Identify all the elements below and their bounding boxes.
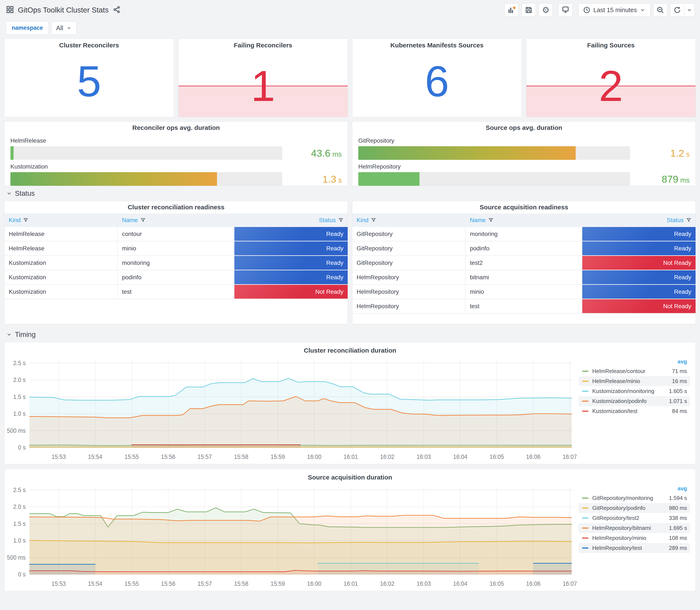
status-cell: Not Ready xyxy=(582,299,696,313)
filter-icon[interactable] xyxy=(371,218,376,223)
legend-item[interactable]: Kustomization/test84 ms xyxy=(579,406,690,416)
svg-text:500 ms: 500 ms xyxy=(7,554,26,561)
legend-series-name: GitRepository/test2 xyxy=(592,515,658,521)
stat-value: 5 xyxy=(77,59,101,103)
filter-icon[interactable] xyxy=(141,218,146,223)
legend-series-name: Kustomization/test xyxy=(592,408,658,415)
refresh-interval-dropdown[interactable] xyxy=(684,3,695,17)
table-row: HelmRepositorybitnamiReady xyxy=(352,270,696,285)
status-cell: Ready xyxy=(582,285,696,299)
legend-item[interactable]: GitRepository/podinfo980 ms xyxy=(579,503,690,513)
gauge-panel-source-ops: Source ops avg. duration GitRepository 1… xyxy=(352,122,696,186)
svg-text:16:04: 16:04 xyxy=(453,580,467,587)
svg-text:16:02: 16:02 xyxy=(380,453,394,460)
legend-item[interactable]: GitRepository/monitoring1.594 s xyxy=(579,493,690,503)
chevron-down-icon xyxy=(640,7,646,13)
dashboard: GitOps Toolkit Cluster Stats ⚙ Last 15 m… xyxy=(0,0,700,610)
legend-item[interactable]: Kustomization/podinfo1.071 s xyxy=(579,396,690,406)
legend-item[interactable]: HelmRelease/contour71 ms xyxy=(579,366,690,376)
gauge-panels-row: Reconciler ops avg. duration HelmRelease… xyxy=(4,122,696,183)
kind-cell: HelmRepository xyxy=(352,270,466,284)
panel-title[interactable]: Source acquisition readiness xyxy=(352,201,696,213)
time-series-plot[interactable]: 15:5315:5415:5515:5615:5715:5815:5916:00… xyxy=(4,357,576,464)
panel-title[interactable]: Failing Reconcilers xyxy=(179,42,348,49)
add-panel-button[interactable] xyxy=(504,3,519,17)
column-header-status[interactable]: Status xyxy=(582,213,696,227)
legend-item[interactable]: HelmRepository/test289 ms xyxy=(579,543,690,553)
panel-title[interactable]: Failing Sources xyxy=(526,42,696,49)
status-cell: Ready xyxy=(582,270,696,284)
time-range-picker[interactable]: Last 15 minutes xyxy=(578,3,650,17)
stat-value: 6 xyxy=(425,59,449,103)
legend-avg-header[interactable]: avg xyxy=(579,484,690,493)
chart-panel-source-acquisition-duration: Source acquisition duration 15:5315:5415… xyxy=(4,469,696,591)
panel-title[interactable]: Cluster reconciliation duration xyxy=(4,344,696,357)
filter-icon[interactable] xyxy=(686,218,691,223)
legend-avg-header[interactable]: avg xyxy=(579,357,690,366)
table-panel-source-acquisition-readiness: Source acquisition readiness Kind Name S… xyxy=(352,201,696,324)
gear-icon: ⚙ xyxy=(542,6,550,14)
legend-series-avg: 108 ms xyxy=(658,535,687,541)
svg-text:15:56: 15:56 xyxy=(161,453,175,460)
svg-text:15:56: 15:56 xyxy=(161,580,175,587)
zoom-out-time-button[interactable] xyxy=(653,3,667,17)
column-header-kind[interactable]: Kind xyxy=(352,213,466,227)
panel-title[interactable]: Source acquisition duration xyxy=(4,471,696,483)
gauge-label: HelmRelease xyxy=(11,137,342,144)
legend-series-color xyxy=(582,381,588,382)
time-range-label: Last 15 minutes xyxy=(593,6,637,14)
stat-panel-failing-reconcilers: Failing Reconcilers 1 xyxy=(178,38,348,117)
legend-series-color xyxy=(582,537,588,539)
share-icon[interactable] xyxy=(113,6,120,14)
legend-series-avg: 1.594 s xyxy=(658,495,687,501)
legend-series-color xyxy=(582,508,588,509)
legend-item[interactable]: HelmRelease/minio16 ms xyxy=(579,376,690,386)
dashboard-settings-button[interactable]: ⚙ xyxy=(539,3,553,17)
legend-item[interactable]: HelmRepository/minio108 ms xyxy=(579,533,690,543)
legend-series-avg: 289 ms xyxy=(658,545,687,551)
save-dashboard-button[interactable] xyxy=(522,3,536,17)
svg-text:15:54: 15:54 xyxy=(88,453,102,460)
filter-icon[interactable] xyxy=(488,218,493,223)
kind-cell: HelmRepository xyxy=(352,299,466,313)
svg-text:15:53: 15:53 xyxy=(51,580,66,587)
name-cell: test xyxy=(466,299,582,313)
legend-series-avg: 1.695 s xyxy=(658,525,687,531)
svg-text:15:57: 15:57 xyxy=(198,453,212,460)
apps-grid-icon[interactable] xyxy=(6,5,14,14)
column-header-kind[interactable]: Kind xyxy=(4,213,118,227)
table-row: HelmReleasecontourReady xyxy=(4,227,348,241)
legend-item[interactable]: GitRepository/test2338 ms xyxy=(579,513,690,523)
column-header-name[interactable]: Name xyxy=(466,213,582,227)
column-header-status[interactable]: Status xyxy=(234,213,348,227)
status-cell: Ready xyxy=(234,256,348,270)
kind-cell: HelmRelease xyxy=(4,227,118,241)
cycle-view-button[interactable] xyxy=(558,3,573,17)
table-body: GitRepositorymonitoringReadyGitRepositor… xyxy=(352,227,696,324)
section-header-status[interactable]: Status xyxy=(6,189,700,197)
namespace-variable-dropdown[interactable]: All xyxy=(51,21,77,35)
refresh-button[interactable] xyxy=(670,3,684,17)
namespace-variable-label: namespace xyxy=(6,21,49,35)
panel-title[interactable]: Cluster reconciliation readiness xyxy=(4,201,348,213)
time-series-plot[interactable]: 15:5315:5415:5515:5615:5715:5815:5916:00… xyxy=(4,483,576,591)
status-cell: Ready xyxy=(234,227,348,241)
filter-icon[interactable] xyxy=(23,218,28,223)
svg-text:1.0 s: 1.0 s xyxy=(13,537,26,544)
column-header-name[interactable]: Name xyxy=(118,213,234,227)
panel-title[interactable]: Cluster Reconcilers xyxy=(4,42,174,49)
legend-item[interactable]: Kustomization/monitoring1.605 s xyxy=(579,386,690,396)
svg-text:16:03: 16:03 xyxy=(417,580,431,587)
section-header-timing[interactable]: Timing xyxy=(6,331,700,339)
legend-series-color xyxy=(582,401,588,402)
table-header: Kind Name Status xyxy=(352,213,696,227)
legend-item[interactable]: HelmRepository/bitnami1.695 s xyxy=(579,523,690,533)
panel-title[interactable]: Kubernetes Manifests Sources xyxy=(352,42,522,49)
kind-cell: Kustomization xyxy=(4,270,118,284)
svg-text:16:07: 16:07 xyxy=(563,453,576,460)
panel-title[interactable]: Source ops avg. duration xyxy=(358,122,689,134)
legend-series-color xyxy=(582,391,588,392)
gauge-track xyxy=(11,172,282,186)
panel-title[interactable]: Reconciler ops avg. duration xyxy=(11,122,342,134)
filter-icon[interactable] xyxy=(338,218,343,223)
